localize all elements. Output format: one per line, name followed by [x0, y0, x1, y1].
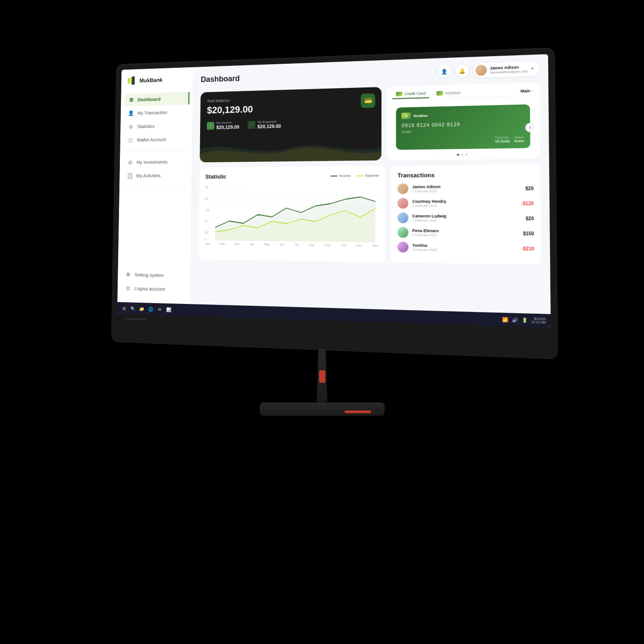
- trans-info-4: Pena Elenaro 1 Februari 2022: [412, 228, 519, 238]
- folder-button[interactable]: 📁: [139, 305, 144, 312]
- nav-divider-2: [126, 187, 185, 187]
- sidebar-item-logout[interactable]: ⊙ Logout account: [120, 281, 187, 296]
- sidebar-item-settings[interactable]: ⚙ Setting system: [121, 268, 187, 282]
- page-header: Dashboard 👤 🔔: [201, 61, 539, 86]
- sidebar-item-statistics[interactable]: ◎ Statistics: [123, 119, 189, 132]
- thinkvision-logo: ThinkVision: [125, 316, 146, 321]
- stat-title: Statistic: [205, 173, 226, 180]
- credit-card-area: Credit Card MukBan Main ›: [387, 82, 540, 160]
- wallet-icon: ◻: [127, 136, 133, 143]
- expense-amount: $20,129.00: [257, 123, 281, 129]
- chevron-down-icon: ▼: [530, 66, 534, 71]
- statistic-card: Statistic Income Expense: [198, 165, 386, 262]
- month-mar: Mar: [234, 242, 240, 246]
- avatar-image-1: [397, 183, 408, 194]
- taskbar-clock: 12:12 AM: [531, 320, 546, 324]
- taskbar-right: 📶 🔊 🔋 9/12/22 12:12 AM: [501, 316, 546, 324]
- month-apr: Apr: [249, 242, 254, 246]
- trans-amount-2: -$120: [521, 201, 533, 206]
- volume-icon: 🔊: [511, 316, 518, 323]
- trans-amount-3: $20: [525, 216, 533, 221]
- start-button[interactable]: ⊞: [121, 305, 127, 311]
- tab-credit-card[interactable]: Credit Card: [392, 89, 429, 99]
- trans-avatar-3: [397, 212, 408, 223]
- expense-info: My Expenses $20,129.00: [257, 119, 281, 129]
- income-icon: ↑: [206, 121, 214, 129]
- svg-text:2k: 2k: [205, 197, 208, 200]
- trans-name-2: Courtney Hendry: [412, 199, 517, 204]
- table-row: Cameron Ludwig 1 Februari 2022 $20: [397, 212, 533, 224]
- chevron-right-icon: ›: [532, 88, 533, 92]
- investments-icon: ◎: [127, 159, 133, 165]
- monitor-stand-base: [260, 402, 385, 416]
- user-details: James Adison Jamesadison@pro.com: [489, 64, 527, 74]
- header-right: 👤 🔔 James Adis: [438, 61, 539, 78]
- wallet-card-icon: 💳: [364, 97, 372, 104]
- battery-icon: 🔋: [521, 316, 528, 323]
- avatar-image-4: [397, 227, 408, 238]
- wifi-icon: 📶: [501, 316, 508, 323]
- svg-line-0: [205, 183, 379, 184]
- edge-button[interactable]: 🌐: [148, 306, 153, 312]
- legend-income-label: Income: [339, 173, 350, 177]
- monitor-screen: MukBank ⊞ Dashboard: [117, 54, 550, 327]
- logo-text: MukBank: [139, 76, 162, 83]
- month-jan: Jan: [205, 242, 210, 245]
- svg-text:100: 100: [205, 230, 209, 234]
- tab-mukban[interactable]: MukBan: [433, 88, 464, 97]
- trans-avatar-4: [397, 227, 408, 238]
- sidebar: MukBank ⊞ Dashboard: [117, 67, 193, 304]
- month-oct: Oct: [341, 243, 346, 246]
- sidebar-item-investments[interactable]: ◎ My Investments: [123, 155, 189, 168]
- nav-section-footer: ⚙ Setting system ⊙ Logout account: [117, 268, 190, 297]
- month-sept: Sept: [324, 243, 331, 246]
- sidebar-item-label: My Activities: [136, 173, 160, 178]
- monitor-wrapper: MukBank ⊞ Dashboard: [77, 55, 567, 590]
- cc-main-label: Main: [520, 88, 530, 93]
- bell-button[interactable]: 🔔: [455, 64, 469, 78]
- month-dec: Dec: [372, 244, 378, 247]
- sidebar-item-wallet[interactable]: ◻ Wallet Account: [123, 132, 189, 146]
- trans-name-3: Cameron Ludwig: [412, 213, 522, 218]
- avatar: [475, 64, 487, 75]
- sidebar-item-transaction[interactable]: 👤 My Transaction: [123, 105, 189, 119]
- sidebar-logo: MukBank: [121, 74, 193, 94]
- screen-wrapper: MukBank ⊞ Dashboard: [117, 54, 550, 327]
- month-may: May: [264, 242, 270, 246]
- cc-dot-2: [461, 153, 463, 156]
- cc-currency-info: Currency US Dollar: [495, 135, 510, 143]
- cc-next-button[interactable]: ›: [525, 123, 535, 132]
- svg-text:0: 0: [204, 237, 206, 241]
- user-info[interactable]: James Adison Jamesadison@pro.com ▼: [473, 61, 539, 78]
- income-info: My Income $20,129.00: [216, 120, 239, 130]
- chart-svg: 5k 2k 1.5k 1k 100 0: [204, 183, 379, 242]
- cc-status-label: Status: [514, 135, 524, 139]
- cc-tab-label: Credit Card: [404, 91, 425, 96]
- avatar-image-5: [397, 241, 408, 252]
- balance-amount: $20,129.00: [207, 100, 374, 116]
- nav-divider: [126, 150, 185, 152]
- search-taskbar-button[interactable]: 🔍: [130, 305, 135, 312]
- sidebar-item-dashboard[interactable]: ⊞ Dashboard: [124, 92, 189, 106]
- notification-button[interactable]: 👤: [438, 65, 451, 78]
- nav-item-dashboard-wrapper: ⊞ Dashboard: [124, 92, 189, 106]
- credit-card-tab-icon: [396, 91, 402, 96]
- main-content: Dashboard 👤 🔔: [190, 54, 550, 314]
- expense-icon: ↓: [247, 120, 255, 128]
- sidebar-item-activities[interactable]: 📋 My Activities: [123, 168, 189, 182]
- taskbar-left: ⊞ 🔍 📁 🌐 ✉ 📊: [121, 305, 171, 312]
- sidebar-item-label: Logout account: [134, 286, 164, 291]
- svg-text:5k: 5k: [205, 185, 208, 189]
- table-row: Courtney Hendry 1 Februari 2022 -$120: [397, 197, 533, 209]
- app-button[interactable]: 📊: [165, 306, 171, 312]
- bottom-row: Statistic Income Expense: [198, 164, 541, 264]
- trans-avatar-1: [397, 183, 408, 194]
- credit-card-body: M MukBan 0918 8124 0042 8129 12/20: [396, 104, 530, 150]
- svg-text:1k: 1k: [205, 219, 208, 223]
- logo-icon: [127, 76, 136, 85]
- sidebar-item-label: Dashboard: [137, 96, 160, 102]
- cc-brand-name: MukBan: [413, 113, 427, 118]
- income-sub: ↑ My Income $20,129.00: [206, 120, 239, 130]
- mail-button[interactable]: ✉: [156, 306, 162, 312]
- dashboard-icon: ⊞: [128, 96, 134, 103]
